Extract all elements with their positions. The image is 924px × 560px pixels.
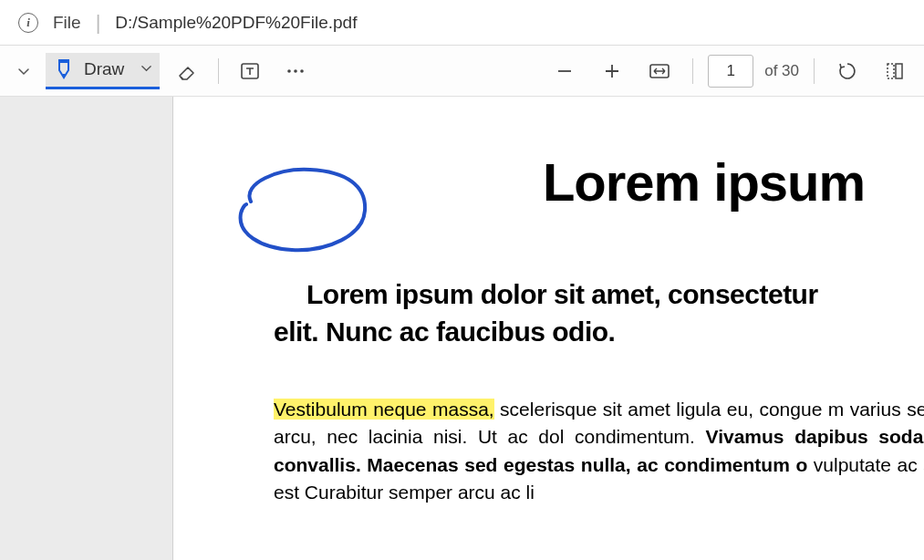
page-total-label: of 30 <box>764 62 799 80</box>
url-scheme-label: File <box>53 13 81 33</box>
document-body-paragraph: Vestibulum neque massa, scelerisque sit … <box>274 396 924 507</box>
draw-tool-button[interactable]: Draw <box>46 53 160 89</box>
thumbnails-panel[interactable] <box>0 97 173 560</box>
pen-icon <box>53 58 75 80</box>
more-horizontal-icon <box>285 60 306 82</box>
rotate-icon <box>837 61 857 81</box>
erase-tool-button[interactable] <box>169 53 205 89</box>
document-title: Lorem ipsum <box>483 151 924 213</box>
more-tools-button[interactable] <box>277 53 314 89</box>
page-view-icon <box>885 61 905 81</box>
toolbar-expand-button[interactable] <box>11 55 36 88</box>
chevron-down-icon <box>140 62 152 74</box>
eraser-icon <box>176 60 198 82</box>
svg-point-3 <box>301 69 305 73</box>
draw-tool-label: Draw <box>84 59 124 79</box>
toolbar-divider <box>218 58 219 84</box>
text-icon <box>239 60 261 82</box>
page-view-button[interactable] <box>877 53 913 89</box>
site-info-icon[interactable]: i <box>18 13 38 33</box>
zoom-out-button[interactable] <box>546 53 583 89</box>
svg-rect-5 <box>888 64 894 78</box>
pdf-toolbar: Draw of 30 <box>0 46 924 97</box>
address-separator: | <box>96 11 101 35</box>
zoom-in-button[interactable] <box>594 53 630 89</box>
chevron-down-icon <box>17 65 30 78</box>
file-path-text[interactable]: D:/Sample%20PDF%20File.pdf <box>115 13 357 33</box>
page-number-input[interactable] <box>708 55 753 88</box>
toolbar-divider <box>692 58 693 84</box>
svg-point-2 <box>295 69 298 73</box>
highlighted-text: Vestibulum neque massa, <box>274 399 494 420</box>
svg-point-1 <box>288 69 292 73</box>
toolbar-divider <box>814 58 815 84</box>
fit-width-icon <box>649 62 670 80</box>
address-bar: i File | D:/Sample%20PDF%20File.pdf <box>0 0 924 46</box>
pdf-page[interactable]: Lorem ipsum Lorem ipsum dolor sit amet, … <box>173 97 924 560</box>
draw-options-chevron[interactable] <box>140 61 152 78</box>
rotate-button[interactable] <box>829 53 866 89</box>
pdf-viewer: Lorem ipsum Lorem ipsum dolor sit amet, … <box>0 97 924 560</box>
minus-icon <box>555 62 574 80</box>
text-tool-button[interactable] <box>232 53 268 89</box>
plus-icon <box>603 62 621 80</box>
document-subheading: Lorem ipsum dolor sit amet, consectetur … <box>274 276 924 350</box>
fit-width-button[interactable] <box>641 53 678 89</box>
svg-rect-6 <box>896 64 902 78</box>
ink-annotation[interactable] <box>228 161 383 270</box>
